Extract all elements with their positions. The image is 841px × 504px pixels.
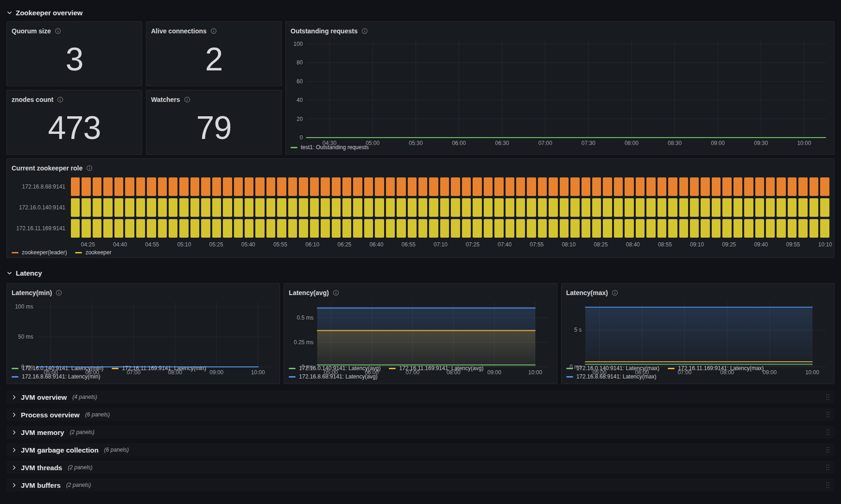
state-block[interactable] <box>212 198 221 217</box>
state-block[interactable] <box>798 219 807 238</box>
state-block[interactable] <box>277 219 286 238</box>
state-block[interactable] <box>299 177 308 196</box>
state-block[interactable] <box>766 177 775 196</box>
panel-title[interactable]: Watchers <box>151 96 180 103</box>
state-block[interactable] <box>429 177 438 196</box>
info-icon[interactable] <box>361 28 368 34</box>
timeline-state-blocks[interactable] <box>71 198 829 217</box>
outstanding-requests-chart[interactable]: 02040608010004:3005:0005:3006:0006:3007:… <box>291 37 829 141</box>
state-block[interactable] <box>582 177 590 196</box>
state-block[interactable] <box>658 177 666 196</box>
state-block[interactable] <box>625 219 633 238</box>
state-block[interactable] <box>538 219 547 238</box>
state-block[interactable] <box>190 219 199 238</box>
state-block[interactable] <box>255 177 264 196</box>
state-block[interactable] <box>429 219 438 238</box>
state-block[interactable] <box>679 177 688 196</box>
state-block[interactable] <box>690 177 699 196</box>
state-block[interactable] <box>245 219 253 238</box>
state-block[interactable] <box>342 177 351 196</box>
state-block[interactable] <box>408 198 417 217</box>
state-block[interactable] <box>375 198 384 217</box>
state-block[interactable] <box>798 177 807 196</box>
state-block[interactable] <box>266 177 275 196</box>
state-block[interactable] <box>266 219 275 238</box>
state-block[interactable] <box>332 177 341 196</box>
state-block[interactable] <box>147 219 156 238</box>
state-block[interactable] <box>690 198 699 217</box>
state-block[interactable] <box>201 219 210 238</box>
state-block[interactable] <box>494 219 503 238</box>
state-block[interactable] <box>820 177 829 196</box>
info-icon[interactable] <box>333 290 339 296</box>
info-icon[interactable] <box>55 28 61 34</box>
state-block[interactable] <box>516 198 525 217</box>
state-block[interactable] <box>636 219 645 238</box>
collapsed-row-process-overview[interactable]: Process overview(6 panels) <box>6 408 835 421</box>
state-block[interactable] <box>158 219 167 238</box>
state-block[interactable] <box>646 219 655 238</box>
state-block[interactable] <box>82 198 90 217</box>
state-block[interactable] <box>223 219 232 238</box>
state-block[interactable] <box>179 219 188 238</box>
state-block[interactable] <box>451 219 460 238</box>
state-block[interactable] <box>755 198 764 217</box>
state-block[interactable] <box>245 198 253 217</box>
state-block[interactable] <box>538 198 547 217</box>
state-block[interactable] <box>147 177 156 196</box>
info-icon[interactable] <box>57 96 63 103</box>
state-block[interactable] <box>636 198 645 217</box>
state-block[interactable] <box>462 219 471 238</box>
state-block[interactable] <box>755 177 764 196</box>
state-block[interactable] <box>408 219 417 238</box>
state-block[interactable] <box>440 198 449 217</box>
state-block[interactable] <box>223 198 232 217</box>
drag-handle-icon[interactable] <box>826 393 830 401</box>
drag-handle-icon[interactable] <box>826 464 830 471</box>
state-block[interactable] <box>744 219 753 238</box>
state-block[interactable] <box>592 177 601 196</box>
state-block[interactable] <box>136 219 145 238</box>
state-block[interactable] <box>266 198 275 217</box>
state-block[interactable] <box>809 219 818 238</box>
state-block[interactable] <box>549 198 557 217</box>
panel-title[interactable]: Latency(max) <box>566 289 608 296</box>
state-block[interactable] <box>679 198 688 217</box>
state-block[interactable] <box>570 177 579 196</box>
state-block[interactable] <box>82 219 90 238</box>
state-block[interactable] <box>636 177 645 196</box>
state-block[interactable] <box>744 177 753 196</box>
state-block[interactable] <box>299 198 308 217</box>
state-block[interactable] <box>234 198 243 217</box>
state-block[interactable] <box>570 219 579 238</box>
info-icon[interactable] <box>56 290 62 296</box>
state-block[interactable] <box>364 198 373 217</box>
state-block[interactable] <box>103 198 112 217</box>
state-block[interactable] <box>614 219 623 238</box>
state-block[interactable] <box>375 219 384 238</box>
state-block[interactable] <box>527 198 536 217</box>
state-block[interactable] <box>190 198 199 217</box>
state-block[interactable] <box>169 177 177 196</box>
state-block[interactable] <box>462 198 471 217</box>
drag-handle-icon[interactable] <box>826 428 830 436</box>
state-block[interactable] <box>614 198 623 217</box>
state-block[interactable] <box>125 198 134 217</box>
state-block[interactable] <box>255 219 264 238</box>
info-icon[interactable] <box>86 165 93 171</box>
state-block[interactable] <box>299 219 308 238</box>
state-block[interactable] <box>658 198 666 217</box>
state-block[interactable] <box>788 177 797 196</box>
state-block[interactable] <box>668 219 677 238</box>
state-block[interactable] <box>82 177 90 196</box>
state-block[interactable] <box>114 177 123 196</box>
state-block[interactable] <box>375 177 384 196</box>
state-block[interactable] <box>71 219 80 238</box>
state-block[interactable] <box>397 177 405 196</box>
collapsed-row-jvm-garbage-collection[interactable]: JVM garbage collection(6 panels) <box>6 443 835 456</box>
collapsed-row-jvm-overview[interactable]: JVM overview(4 panels) <box>6 391 835 403</box>
panel-title[interactable]: Quorum size <box>12 27 51 35</box>
state-block[interactable] <box>429 198 438 217</box>
panel-title[interactable]: Alive connections <box>151 27 207 35</box>
state-block[interactable] <box>288 198 297 217</box>
